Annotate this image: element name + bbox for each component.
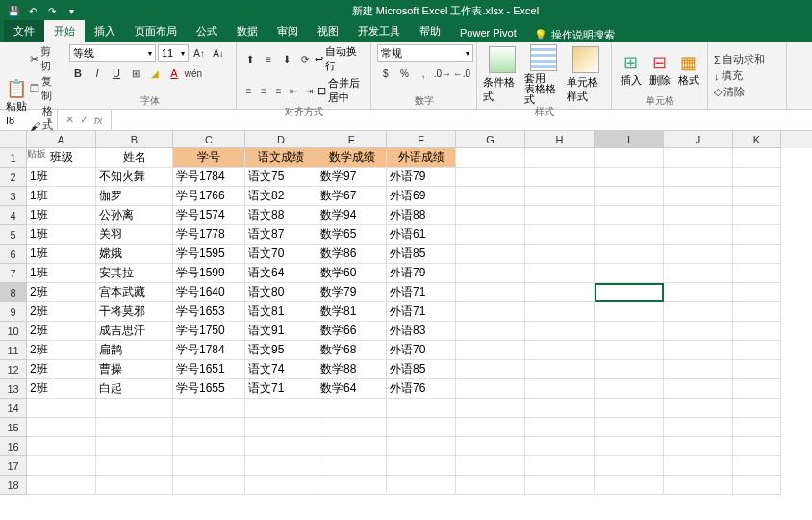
cell[interactable]: 曹操 xyxy=(96,360,173,379)
tab-review[interactable]: 审阅 xyxy=(267,20,308,42)
align-center-button[interactable]: ≡ xyxy=(258,82,271,99)
cell[interactable] xyxy=(733,341,781,360)
cell[interactable]: 宫本武藏 xyxy=(96,283,173,302)
cell[interactable]: 2班 xyxy=(27,283,96,302)
cell[interactable]: 数学94 xyxy=(317,206,387,225)
cell[interactable]: 语文成绩 xyxy=(245,148,317,168)
cell[interactable]: 1班 xyxy=(27,187,96,206)
cell[interactable]: 外语61 xyxy=(387,225,456,245)
cell[interactable] xyxy=(664,148,733,168)
cell[interactable]: 数学66 xyxy=(317,322,387,341)
cell[interactable] xyxy=(173,418,245,437)
cell[interactable] xyxy=(595,283,664,302)
cell[interactable]: 数学60 xyxy=(317,264,387,283)
cell[interactable] xyxy=(525,225,595,245)
tab-pivot[interactable]: Power Pivot xyxy=(450,23,526,42)
cell[interactable]: 干将莫邪 xyxy=(96,302,173,322)
cell[interactable]: 学号1784 xyxy=(173,341,245,360)
column-header-K[interactable]: K xyxy=(733,131,781,148)
cell[interactable]: 学号1595 xyxy=(173,245,245,264)
cell[interactable]: 语文75 xyxy=(245,168,317,187)
cell[interactable] xyxy=(733,399,781,418)
cell[interactable] xyxy=(664,437,733,456)
cell[interactable]: 扁鹊 xyxy=(96,341,173,360)
cell[interactable]: 姓名 xyxy=(96,148,173,168)
cell[interactable]: 语文81 xyxy=(245,302,317,322)
cell[interactable] xyxy=(387,456,456,476)
cell[interactable]: 学号1599 xyxy=(173,264,245,283)
cell[interactable]: 2班 xyxy=(27,379,96,399)
cell[interactable] xyxy=(525,437,595,456)
cell[interactable] xyxy=(456,437,525,456)
row-header[interactable]: 17 xyxy=(0,456,27,476)
decrease-font-button[interactable]: A↓ xyxy=(210,44,227,62)
cell[interactable] xyxy=(664,168,733,187)
number-format-combo[interactable]: 常规▾ xyxy=(377,44,473,62)
select-all-corner[interactable] xyxy=(0,131,27,148)
cell[interactable]: 语文87 xyxy=(245,225,317,245)
cell[interactable]: 1班 xyxy=(27,225,96,245)
cell[interactable] xyxy=(664,206,733,225)
indent-decrease-button[interactable]: ⇤ xyxy=(288,82,301,99)
cell[interactable] xyxy=(525,264,595,283)
cell[interactable] xyxy=(733,476,781,495)
cell[interactable]: 外语70 xyxy=(387,341,456,360)
row-header[interactable]: 8 xyxy=(0,283,27,302)
format-cells-button[interactable]: ▦格式 xyxy=(675,52,701,88)
cell[interactable] xyxy=(456,302,525,322)
phonetic-button[interactable]: wén xyxy=(185,65,202,82)
cell[interactable]: 语文71 xyxy=(245,379,317,399)
cell[interactable] xyxy=(733,283,781,302)
cell[interactable] xyxy=(664,379,733,399)
cell[interactable] xyxy=(664,225,733,245)
cell[interactable]: 学号 xyxy=(173,148,245,168)
row-header[interactable]: 16 xyxy=(0,437,27,456)
cell[interactable] xyxy=(456,245,525,264)
cell[interactable]: 学号1655 xyxy=(173,379,245,399)
cell[interactable] xyxy=(456,322,525,341)
cell[interactable] xyxy=(595,399,664,418)
cell[interactable] xyxy=(387,418,456,437)
cell[interactable] xyxy=(456,399,525,418)
cell[interactable]: 嫦娥 xyxy=(96,245,173,264)
cell[interactable] xyxy=(173,437,245,456)
tab-view[interactable]: 视图 xyxy=(308,20,348,42)
cell[interactable]: 数学79 xyxy=(317,283,387,302)
cell[interactable] xyxy=(317,476,387,495)
cell[interactable]: 外语71 xyxy=(387,302,456,322)
cell[interactable] xyxy=(664,283,733,302)
cell[interactable] xyxy=(525,399,595,418)
cell[interactable] xyxy=(595,206,664,225)
cell[interactable] xyxy=(245,476,317,495)
column-header-H[interactable]: H xyxy=(525,131,595,148)
orientation-button[interactable]: ⟳ xyxy=(297,50,314,67)
tab-file[interactable]: 文件 xyxy=(4,20,44,42)
cell[interactable] xyxy=(595,225,664,245)
tab-data[interactable]: 数据 xyxy=(227,20,267,42)
cell[interactable] xyxy=(27,418,96,437)
cell[interactable] xyxy=(245,456,317,476)
percent-button[interactable]: % xyxy=(396,65,414,82)
cell[interactable] xyxy=(664,322,733,341)
cell[interactable] xyxy=(595,379,664,399)
row-header[interactable]: 12 xyxy=(0,360,27,379)
cell[interactable] xyxy=(245,399,317,418)
cell[interactable] xyxy=(733,245,781,264)
cell[interactable]: 外语76 xyxy=(387,379,456,399)
cell[interactable] xyxy=(317,456,387,476)
cell[interactable] xyxy=(733,379,781,399)
cell[interactable]: 学号1651 xyxy=(173,360,245,379)
cell[interactable]: 数学67 xyxy=(317,187,387,206)
cell[interactable] xyxy=(525,245,595,264)
cell[interactable] xyxy=(456,148,525,168)
decrease-decimal-button[interactable]: ←.0 xyxy=(453,65,470,82)
cell[interactable] xyxy=(96,437,173,456)
cell[interactable] xyxy=(664,399,733,418)
tab-insert[interactable]: 插入 xyxy=(85,20,125,42)
comma-button[interactable]: , xyxy=(415,65,432,82)
cell[interactable]: 成吉思汗 xyxy=(96,322,173,341)
cell[interactable]: 安其拉 xyxy=(96,264,173,283)
cell[interactable]: 数学81 xyxy=(317,302,387,322)
save-icon[interactable]: 💾 xyxy=(6,3,21,18)
cell[interactable]: 外语83 xyxy=(387,322,456,341)
